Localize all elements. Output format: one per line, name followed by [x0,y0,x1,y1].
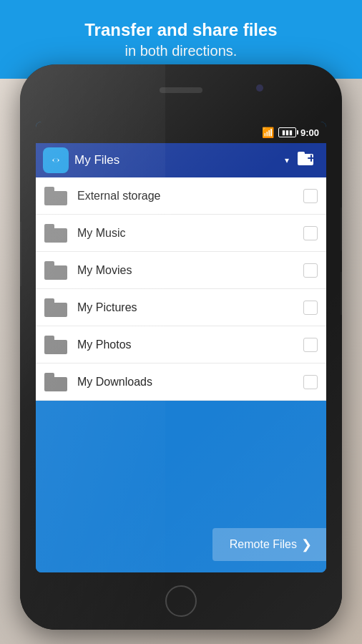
svg-rect-5 [310,155,312,162]
remote-files-chevron-icon: ❯ [301,537,312,552]
banner-line2: in both directions. [84,42,277,60]
remote-files-button[interactable]: Remote Files ❯ [212,528,326,561]
file-name-label: My Movies [77,264,303,277]
file-name-label: My Downloads [77,376,303,389]
volume-down-button[interactable] [341,272,342,315]
file-name-label: My Photos [77,338,303,351]
phone-camera [256,84,263,92]
phone-speaker [160,87,202,93]
phone-device: 📶 ▮▮▮ 9:00 My Files ▾ [20,64,342,630]
app-header: My Files ▾ [36,143,326,177]
file-checkbox[interactable] [303,301,318,315]
folder-icon [44,336,67,354]
file-checkbox[interactable] [303,338,318,352]
remote-files-label: Remote Files [230,538,297,551]
wifi-icon: 📶 [262,127,274,138]
file-name-label: External storage [77,190,303,203]
folder-icon [44,224,67,243]
status-bar: 📶 ▮▮▮ 9:00 [36,122,326,143]
power-button[interactable] [20,222,21,286]
app-body: Remote Files ❯ [36,401,326,572]
list-item[interactable]: My Movies [36,252,326,289]
folder-icon [44,298,67,317]
file-checkbox[interactable] [303,263,318,278]
svg-rect-3 [298,152,305,156]
folder-icon [44,261,67,280]
screen-content: 📶 ▮▮▮ 9:00 My Files ▾ [36,122,326,572]
new-folder-icon [298,150,316,166]
list-item[interactable]: External storage [36,177,326,215]
app-logo [43,147,69,173]
folder-icon [44,187,67,205]
file-checkbox[interactable] [303,189,318,203]
file-list: External storage My Music My Movies My P… [36,177,326,401]
status-time: 9:00 [300,127,319,138]
dropdown-arrow-icon: ▾ [285,155,289,165]
app-title: My Files [74,153,282,167]
file-checkbox[interactable] [303,375,318,389]
banner-line1: Transfer and share files [84,20,277,39]
folder-icon [44,373,67,391]
list-item[interactable]: My Downloads [36,364,326,401]
file-checkbox[interactable] [303,226,318,240]
list-item[interactable]: My Music [36,215,326,252]
new-folder-button[interactable] [295,150,319,170]
app-title-area[interactable]: My Files ▾ [74,153,289,167]
home-button[interactable] [165,585,197,617]
battery-icon: ▮▮▮ [278,127,296,137]
phone-bottom [20,572,342,630]
file-name-label: My Pictures [77,301,303,314]
phone-screen: 📶 ▮▮▮ 9:00 My Files ▾ [36,122,326,572]
volume-up-button[interactable] [341,208,342,250]
file-name-label: My Music [77,227,303,240]
list-item[interactable]: My Photos [36,326,326,364]
teamviewer-logo-icon [47,151,65,170]
list-item[interactable]: My Pictures [36,289,326,326]
svg-point-1 [54,158,58,162]
banner-text: Transfer and share files in both directi… [70,19,291,59]
